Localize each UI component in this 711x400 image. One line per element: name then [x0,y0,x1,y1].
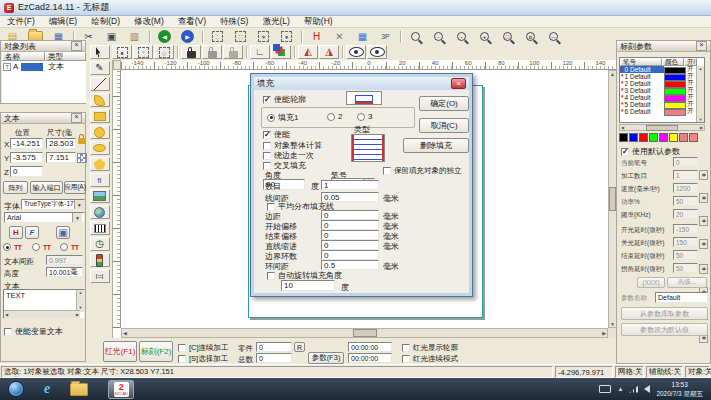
select-add-icon[interactable]: ▫ [133,45,153,59]
x-size-field[interactable]: 28.503 [46,138,76,149]
load-from-library-button[interactable]: 从参数库取参数 [621,307,708,320]
show-contour-checkbox[interactable]: 红光显示轮廓 [402,343,458,353]
param-value-field[interactable]: 50 [673,196,698,206]
use-default-checkbox[interactable]: 使用默认参数 [621,146,680,157]
input-port-button[interactable]: 输入端口 [30,181,63,194]
pen-row[interactable]: *6 Default开 [620,108,704,115]
mark-button[interactable]: 标刻(F2) [139,341,173,362]
fill-field-input[interactable]: 0 [321,220,379,230]
zoom-in-icon[interactable]: + [474,30,495,44]
fill-field-input[interactable]: 0 [321,230,379,240]
align-option-1[interactable]: TT [3,243,22,251]
zoom-pan-icon[interactable]: · [428,30,449,44]
misc-button[interactable]: (XXX) [637,277,665,288]
radio-icon[interactable] [60,243,68,251]
z-position-field[interactable]: 0 [10,166,43,177]
checkbox-icon[interactable] [4,328,12,336]
fill-field-input[interactable]: 0.5 [321,260,379,270]
part-field[interactable]: 0 [256,342,292,352]
enable-fill-checkbox[interactable]: 使能 [263,129,290,140]
align-option-2[interactable]: TT [32,243,51,251]
checkbox-icon[interactable] [267,203,275,211]
copy-icon[interactable]: ▣ [101,30,122,44]
palette-swatch[interactable] [679,133,688,142]
checkbox-icon[interactable] [178,344,186,352]
palette-swatch[interactable] [659,133,668,142]
redo-icon[interactable]: ▶ [177,30,198,44]
snap-grid-icon[interactable]: ∟ [250,45,270,59]
save-font-button[interactable]: ▣ [56,226,70,239]
mirror-vertical-icon[interactable]: ◮ [319,45,339,59]
param-value-field[interactable]: -150 [673,224,698,234]
status-guide[interactable]: 辅助线:关 [646,366,683,378]
checkbox-icon[interactable] [263,142,271,150]
circle-tool-icon[interactable] [90,125,110,139]
apply-button[interactable]: 应用(A) [64,181,86,194]
select-group-icon[interactable]: ∎ [112,45,132,59]
grid-position-icon[interactable] [77,153,87,163]
checkbox-icon[interactable] [621,148,629,156]
text-content-area[interactable]: TEXT ▲▼ ◀▶ [3,289,85,319]
align-option-3[interactable]: TT [60,243,79,251]
curve-tool-icon[interactable] [90,93,110,107]
param-value-field[interactable]: 150 [673,237,698,247]
checkbox-icon[interactable] [263,96,271,104]
radio-icon[interactable] [3,243,11,251]
scrollbar-thumb[interactable] [353,329,377,337]
keyboard-tray-icon[interactable] [599,385,611,393]
preview-icon[interactable] [346,45,366,59]
avg-distribute-checkbox[interactable]: 平均分布填充线 [267,201,334,212]
checkbox-icon[interactable] [402,344,410,352]
unlock-icon[interactable] [202,45,222,59]
pen-table-scrollbar-horizontal[interactable]: ◀ ▶ [619,124,705,131]
y-position-field[interactable]: -3.575 [10,152,43,163]
zoom-page-icon[interactable]: □ [497,30,518,44]
fill-field-input[interactable]: 0 [321,250,379,260]
param-table-icon[interactable]: ▦ [352,30,373,44]
palette-swatch[interactable] [689,133,698,142]
close-icon[interactable]: × [71,41,82,51]
checkbox-icon[interactable] [383,167,391,175]
explorer-folder-icon[interactable] [70,383,88,396]
spinner-control[interactable] [699,239,708,249]
start-button[interactable] [8,381,24,397]
zoom-select-icon[interactable] [405,30,426,44]
param-value-field[interactable]: 1200 [673,183,698,193]
bitmap-tool-icon[interactable] [90,189,110,203]
variable-text-checkbox[interactable]: 使能变量文本 [4,326,63,337]
lock-ratio-icon[interactable] [78,138,86,144]
checkbox-icon[interactable] [402,355,410,363]
menu-item[interactable]: 帮助(H) [297,16,340,28]
column-header-pen[interactable]: 笔号 [620,58,662,66]
column-header-name[interactable]: 名称 [2,52,45,61]
node-edit-icon[interactable]: ∴ [207,30,228,44]
ellipse-tool-icon[interactable] [90,141,110,155]
bezier-tool-icon[interactable]: ✎ [90,61,110,75]
zoom-all-icon[interactable]: ↔ [543,30,564,44]
scroll-right-icon[interactable]: ▶ [601,330,607,336]
radio-icon[interactable] [32,243,40,251]
checkbox-icon[interactable] [263,162,271,170]
column-header-type[interactable]: 类型 [45,52,86,61]
paste-icon[interactable]: ▥ [124,30,145,44]
node-add-icon[interactable]: ∷ [230,30,251,44]
italic-button[interactable]: F [25,226,39,239]
canvas-scrollbar-horizontal[interactable]: ◀ ▶ [121,328,608,338]
contour-style-button[interactable] [346,91,382,105]
internet-explorer-icon[interactable]: e [44,382,50,396]
select-mark-checkbox[interactable]: [S]选择加工 [178,354,228,364]
menu-item[interactable]: 查看(V) [171,16,213,28]
preview-all-icon[interactable] [367,45,387,59]
fill-tab-2[interactable]: 2 [327,112,342,121]
undo-icon[interactable]: ◀ [154,30,175,44]
enable-contour-checkbox[interactable]: 使能轮廓 [263,94,306,105]
array-button[interactable]: 阵列 [3,181,28,194]
scroll-left-icon[interactable]: ◀ [122,330,128,336]
palette-swatch[interactable] [639,133,648,142]
set-as-default-button[interactable]: 参数设为默认值 [621,323,708,336]
delay-tool-icon[interactable]: ◷ [90,237,110,251]
fill-tab-1[interactable]: 填充1 [267,112,298,123]
scroll-right-icon[interactable]: ▶ [699,125,704,130]
font-name-select[interactable]: Arial ▼ [4,212,85,223]
param-value-field[interactable]: 1 [673,170,698,180]
